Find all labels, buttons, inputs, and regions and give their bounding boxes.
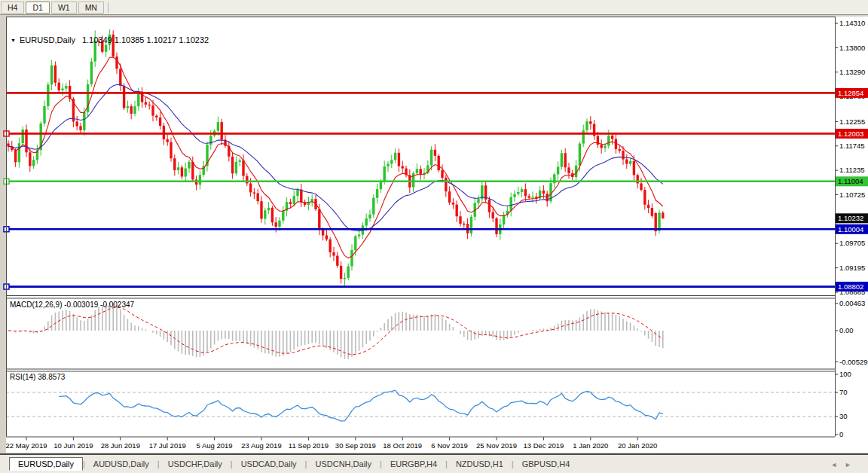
candle-body (604, 146, 606, 148)
candle-body (105, 45, 107, 52)
candle-body (329, 240, 332, 252)
candle-body (148, 105, 151, 105)
price-axis-label: 1.13800 (839, 44, 865, 52)
candle-body (582, 130, 585, 144)
candle-body (625, 160, 628, 164)
candle-body (344, 278, 346, 279)
toolbar-separator (108, 2, 108, 13)
candle-body (347, 267, 350, 278)
candle-body (177, 167, 179, 170)
candle-body (264, 210, 266, 218)
candle-body (167, 139, 169, 142)
candle-body (394, 153, 396, 160)
candle-body (181, 167, 183, 176)
candle-body (191, 162, 194, 180)
candle-body (456, 205, 458, 217)
tab-scroll-arrows[interactable]: ◄► (830, 461, 859, 468)
candle-body (108, 35, 111, 45)
candle-body (101, 41, 103, 52)
rsi-axis-label: 70 (839, 388, 848, 396)
candle-body (640, 183, 642, 190)
candle-body (376, 189, 378, 198)
tab-eurgbp-h4[interactable]: EURGBP,H4 (382, 458, 445, 470)
candle-body (495, 218, 497, 234)
candle-body (253, 192, 255, 193)
price-axis-label: 1.11745 (839, 142, 865, 150)
price-axis-label: 1.11235 (839, 166, 865, 174)
tab-eurusd-daily[interactable]: EURUSD,Daily (9, 457, 83, 471)
candle-body (384, 166, 386, 182)
candle-body (651, 208, 653, 216)
candle-body (300, 190, 302, 203)
candle-body (267, 208, 270, 210)
tab-audusd-daily[interactable]: AUDUSD,Daily (85, 458, 157, 470)
candle-body (278, 221, 280, 227)
candle-body (524, 189, 527, 196)
tab-scroll-right-icon[interactable]: ► (845, 461, 859, 468)
candle-body (282, 211, 284, 221)
candle-body (173, 158, 176, 170)
candle-body (94, 41, 96, 62)
candle-body (163, 126, 165, 139)
timeframe-button-h4[interactable]: H4 (1, 2, 24, 14)
timeframe-button-w1[interactable]: W1 (51, 2, 77, 14)
candle-body (188, 162, 190, 169)
candle-body (130, 106, 133, 114)
candle-body (372, 198, 374, 215)
candle-body (58, 83, 60, 90)
candle-body (79, 126, 81, 130)
candle-body (239, 160, 241, 162)
candle-body (430, 150, 432, 166)
price-axis-label: 1.10725 (839, 191, 865, 199)
candle-body (477, 199, 479, 203)
candle-body (585, 121, 588, 130)
candle-body (155, 116, 157, 117)
candle-body (398, 153, 400, 166)
candle-body (470, 217, 472, 233)
candle-body (76, 121, 78, 126)
candle-body (492, 212, 494, 218)
price-badge-1.10004-text: 1.10004 (838, 225, 863, 233)
candle-body (242, 160, 244, 176)
candle-body (61, 89, 63, 90)
candle-body (97, 41, 99, 41)
timeframe-button-mn[interactable]: MN (78, 2, 104, 14)
chart-canvas[interactable]: 1.143101.138001.132901.127801.122551.117… (0, 16, 868, 453)
tab-usdcad-daily[interactable]: USDCAD,Daily (233, 458, 305, 470)
tab-scroll-left-icon[interactable]: ◄ (830, 461, 845, 468)
tab-usdcnh-daily[interactable]: USDCNH,Daily (307, 458, 380, 470)
tab-gbpusd-h4[interactable]: GBPUSD,H4 (514, 458, 579, 470)
tab-nzdusd-h1[interactable]: NZDUSD,H1 (448, 458, 512, 470)
candle-body (542, 191, 545, 194)
candle-body (260, 201, 262, 218)
date-axis-label: 10 Jun 2019 (53, 441, 93, 450)
candle-body (90, 62, 93, 84)
candle-body (354, 236, 356, 250)
candle-body (503, 215, 505, 224)
rsi-axis-label: 100 (839, 370, 851, 378)
candle-body (32, 160, 35, 166)
date-axis-label: 18 Oct 2019 (383, 441, 422, 450)
candle-body (275, 222, 277, 227)
candle-body (662, 212, 664, 218)
candle-body (199, 175, 201, 185)
price-badge-1.12854-text: 1.12854 (838, 89, 863, 97)
candle-body (416, 169, 418, 173)
timeframe-button-d1[interactable]: D1 (26, 2, 49, 14)
candle-body (54, 66, 57, 83)
candle-body (611, 136, 613, 139)
candle-body (326, 236, 328, 240)
tab-usdchf-daily[interactable]: USDCHF,Daily (160, 458, 231, 470)
chart-tab-bar: ◄► EURUSD,Daily|AUDUSD,Daily|USDCHF,Dail… (0, 453, 868, 473)
date-axis-label: 23 Aug 2019 (241, 441, 281, 450)
candle-body (513, 194, 515, 197)
macd-axis-label: 0.00463 (839, 299, 865, 307)
date-axis-label: 17 Jul 2019 (149, 441, 186, 450)
candle-body (380, 182, 382, 190)
timeframe-toolbar: H4D1W1MN (0, 0, 868, 15)
candle-body (633, 161, 635, 175)
price-axis-label: 1.14310 (839, 19, 865, 27)
candle-body (368, 215, 371, 218)
candle-body (293, 196, 295, 204)
candle-body (7, 144, 9, 147)
